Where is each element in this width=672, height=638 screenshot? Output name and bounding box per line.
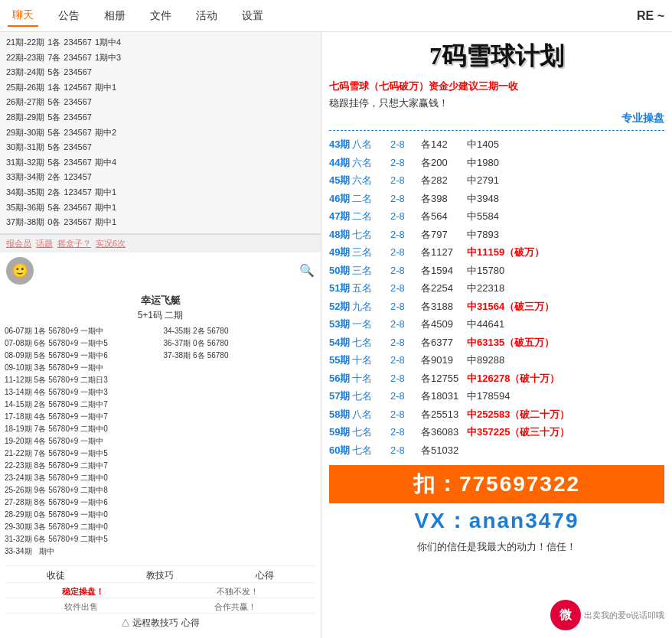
vx-value: anan3479 bbox=[469, 509, 579, 532]
table-row: 49期 三名 2-8 各1127 中11159（破万） bbox=[329, 243, 664, 262]
table-row: 59期 七名 2-8 各36083 中357225（破三十万） bbox=[329, 423, 664, 441]
nav-files[interactable]: 文件 bbox=[145, 6, 176, 26]
vx-block: VX：anan3479 bbox=[329, 506, 664, 535]
chat-list-area: 21期-22期1各2345671期中4 22期-23期7各2345671期中3 … bbox=[0, 32, 321, 234]
chat-row: 23期-24期5各234567 bbox=[0, 65, 321, 80]
left-panel: 21期-22期1各2345671期中4 22期-23期7各2345671期中3 … bbox=[0, 32, 321, 638]
table-row: 47期 二名 2-8 各564 中5584 bbox=[329, 207, 664, 226]
collect-cooperate: 合作共赢！ bbox=[214, 601, 256, 613]
list-item: 28-29期0各56780+9一期中0 bbox=[3, 509, 159, 521]
collect-row-2: 稳定操盘！ 不独不发！ bbox=[6, 582, 315, 597]
nav-bulletin[interactable]: 公告 bbox=[54, 6, 84, 26]
right-panel: 7码雪球计划 七码雪球（七码破万）资金少建议三期一收 稳跟挂停，只想大家赢钱！ … bbox=[321, 32, 672, 638]
collect-header-3: 心得 bbox=[256, 569, 274, 582]
qq-label: 扣： bbox=[413, 472, 459, 496]
table-row: 51期 五名 2-8 各2254 中22318 bbox=[329, 279, 664, 298]
nav-activity[interactable]: 活动 bbox=[191, 6, 222, 26]
table-row: 44期 六名 2-8 各200 中1980 bbox=[329, 154, 664, 172]
list-item: 25-26期9各56780+9二期中8 bbox=[3, 484, 159, 496]
lucky-col-right: 34-35期2各56780 36-37期0各56780 37-38期6各5678… bbox=[162, 325, 318, 558]
list-item: 17-18期4各56780+9一期中7 bbox=[3, 411, 159, 423]
collect-software: 软件出售 bbox=[64, 601, 98, 613]
watermark-text: 出卖我的爱o说话叩哦 bbox=[584, 610, 664, 621]
list-item: 11-12期5各56780+9二期日3 bbox=[3, 374, 159, 386]
collect-more: △ 远程教技巧 心得 bbox=[121, 617, 200, 630]
result-table: 43期 八名 2-8 各142 中1405 44期 六名 2-8 各200 中1… bbox=[329, 135, 664, 459]
list-item: 21-22期7各56780+9一期中5 bbox=[3, 448, 159, 460]
member-btn-join[interactable]: 报会员 bbox=[6, 238, 31, 249]
chat-row: 29期-30期5各234567期中2 bbox=[0, 125, 321, 141]
table-row: 60期 七名 2-8 各51032 bbox=[329, 441, 664, 460]
chat-row: 33期-34期2各123457 bbox=[0, 170, 321, 185]
lucky-col-left: 06-07期1各56780+9一期中 07-08期6各56780+9一期中5 0… bbox=[3, 325, 159, 558]
table-row: 53期 一名 2-8 各4509 中44641 bbox=[329, 315, 664, 334]
trust-text: 你们的信任是我最大的动力！信任！ bbox=[329, 540, 664, 554]
promo-desc: 稳跟挂停，只想大家赢钱！ bbox=[329, 96, 664, 110]
collect-noshare: 不独不发！ bbox=[217, 586, 259, 597]
table-row: 52期 九名 2-8 各3188 中31564（破三万） bbox=[329, 298, 664, 316]
qq-value: 775697322 bbox=[459, 472, 580, 496]
promo-subtitle: 七码雪球（七码破万）资金少建议三期一收 bbox=[329, 80, 664, 93]
chat-row: 37期-38期0各234567期中1 bbox=[0, 215, 321, 230]
nav-settings[interactable]: 设置 bbox=[237, 6, 268, 26]
table-row: 57期 七名 2-8 各18031 中178594 bbox=[329, 387, 664, 405]
search-icon[interactable]: 🔍 bbox=[299, 263, 315, 278]
chat-row: 26期-27期5各234567 bbox=[0, 95, 321, 110]
list-item: 19-20期4各56780+9一期中 bbox=[3, 435, 159, 448]
list-item: 34-35期2各56780 bbox=[162, 325, 318, 337]
list-item: 06-07期1各56780+9一期中 bbox=[3, 325, 159, 337]
promo-title: 7码雪球计划 bbox=[329, 40, 664, 73]
list-item: 09-10期3各56780+9一期中 bbox=[3, 362, 159, 374]
member-btn-shakebox[interactable]: 摇盒子？ bbox=[57, 238, 91, 249]
nav-chat[interactable]: 聊天 bbox=[8, 5, 38, 27]
watermark: 微 出卖我的爱o说话叩哦 bbox=[550, 600, 664, 630]
collect-header-1: 收徒 bbox=[47, 569, 65, 582]
chat-row: 35期-36期5各234567期中1 bbox=[0, 200, 321, 216]
collect-section: 收徒 教技巧 心得 稳定操盘！ 不独不发！ 软件出售 合作共赢！ △ 远程教技巧… bbox=[0, 562, 321, 633]
lucky-table: 06-07期1各56780+9一期中 07-08期6各56780+9一期中5 0… bbox=[3, 325, 318, 558]
member-btn-topic[interactable]: 话题 bbox=[36, 238, 53, 249]
list-item: 08-09期5各56780+9一期中6 bbox=[3, 350, 159, 362]
lucky-subtitle: 5+1码 二期 bbox=[3, 309, 318, 322]
top-nav: 聊天 公告 相册 文件 活动 设置 RE ~ bbox=[0, 0, 672, 32]
table-row: 58期 八名 2-8 各25513 中252583（破二十万） bbox=[329, 405, 664, 424]
list-item: 22-23期8各56780+9二期中7 bbox=[3, 460, 159, 472]
avatar: 🙂 bbox=[6, 257, 34, 285]
table-row: 45期 六名 2-8 各282 中2791 bbox=[329, 171, 664, 190]
lucky-title: 幸运飞艇 bbox=[3, 294, 318, 308]
avatar-row: 🙂 🔍 bbox=[0, 252, 321, 289]
collect-row-4: △ 远程教技巧 心得 bbox=[6, 613, 315, 630]
list-item: 29-30期3各56780+9二期中0 bbox=[3, 521, 159, 533]
chat-row: 21期-22期1各2345671期中4 bbox=[0, 35, 321, 50]
table-row: 56期 十名 2-8 各12755 中126278（破十万） bbox=[329, 369, 664, 388]
list-item: 13-14期4各56780+9一期中3 bbox=[3, 386, 159, 399]
table-row: 43期 八名 2-8 各142 中1405 bbox=[329, 135, 664, 154]
list-item: 18-19期7各56780+9二期中0 bbox=[3, 423, 159, 435]
collect-header-2: 教技巧 bbox=[146, 569, 174, 582]
member-bar: 报会员 话题 摇盒子？ 实况6次 bbox=[0, 234, 321, 252]
list-item: 31-32期6各56780+9二期中5 bbox=[3, 533, 159, 545]
list-item: 36-37期0各56780 bbox=[162, 337, 318, 350]
divider bbox=[329, 130, 664, 131]
table-row: 48期 七名 2-8 各797 中7893 bbox=[329, 226, 664, 244]
member-btn-live[interactable]: 实况6次 bbox=[96, 238, 126, 249]
lucky-section: 幸运飞艇 5+1码 二期 06-07期1各56780+9一期中 07-08期6各… bbox=[0, 289, 321, 562]
vx-label: VX： bbox=[415, 509, 469, 532]
chat-row: 34期-35期2各123457期中1 bbox=[0, 185, 321, 200]
chat-row: 22期-23期7各2345671期中3 bbox=[0, 50, 321, 66]
table-row: 54期 七名 2-8 各6377 中63135（破五万） bbox=[329, 334, 664, 352]
qq-block: 扣：775697322 bbox=[329, 465, 664, 503]
re-label: RE ~ bbox=[637, 9, 664, 23]
chat-row: 30期-31期5各234567 bbox=[0, 140, 321, 155]
nav-album[interactable]: 相册 bbox=[99, 6, 130, 26]
table-row: 46期 二名 2-8 各398 中3948 bbox=[329, 190, 664, 208]
collect-row-3: 软件出售 合作共赢！ bbox=[6, 597, 315, 613]
list-item: 14-15期2各56780+9二期中7 bbox=[3, 399, 159, 411]
list-item: 07-08期6各56780+9一期中5 bbox=[3, 337, 159, 350]
list-item: 33-34期期中 bbox=[3, 545, 159, 558]
chat-row: 28期-29期5各234567 bbox=[0, 110, 321, 125]
collect-stable: 稳定操盘！ bbox=[62, 586, 104, 597]
chat-row: 25期-26期1各124567期中1 bbox=[0, 80, 321, 96]
promo-pro: 专业操盘 bbox=[329, 112, 664, 125]
chat-row: 31期-32期5各234567期中4 bbox=[0, 155, 321, 171]
